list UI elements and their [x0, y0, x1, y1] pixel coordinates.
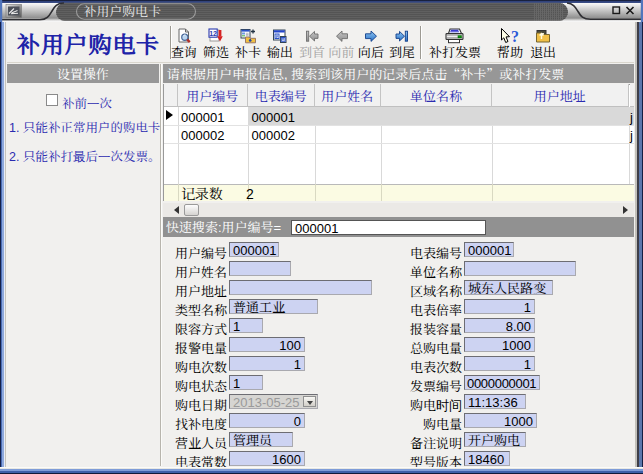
svg-text:12: 12	[209, 30, 217, 37]
svg-text:补用户购电卡: 补用户购电卡	[84, 1, 161, 20]
